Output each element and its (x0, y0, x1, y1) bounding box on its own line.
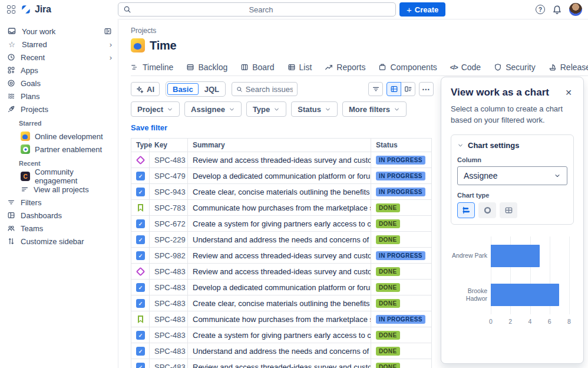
tab-backlog[interactable]: Backlog (186, 58, 227, 76)
sidebar-project-partner-enablement[interactable]: Partner enablement (0, 143, 118, 156)
panel-description: Select a column to create a chart based … (451, 104, 574, 126)
table-row[interactable]: SPC-982 Review and access threaded-ideas… (131, 248, 432, 264)
filter-dropdown-label: Type (253, 105, 270, 114)
sidebar-item-recent[interactable]: Recent › (0, 51, 118, 64)
issue-type-icon (136, 219, 145, 228)
sidebar-item-filters[interactable]: Filters (0, 196, 118, 209)
chart-type-donut-button[interactable] (478, 202, 496, 218)
issue-summary[interactable]: Develop a dedicated communication platfo… (188, 168, 371, 184)
sidebar-item-dashboards[interactable]: Dashboards (0, 209, 118, 222)
sidebar-item-customize[interactable]: Customize sidebar (0, 235, 118, 248)
table-row[interactable]: SPC-483 Create clear, concise materials … (131, 295, 432, 311)
tab-list[interactable]: List (288, 58, 312, 76)
create-label: Create (415, 5, 438, 14)
issue-summary[interactable]: Review and access threaded-ideas survey … (188, 264, 371, 280)
tab-timeline[interactable]: Timeline (131, 58, 173, 76)
issue-summary[interactable]: Create a system for giving partners earl… (188, 327, 371, 343)
close-icon[interactable]: ✕ (563, 87, 574, 98)
tab-board[interactable]: Board (240, 58, 274, 76)
search-issues-field[interactable] (232, 82, 298, 96)
filter-dropdown[interactable]: Assignee (184, 101, 242, 117)
table-row[interactable]: SPC-483 Review and access threaded-ideas… (131, 264, 432, 280)
sidebar-item-goals[interactable]: Goals (0, 77, 118, 90)
issue-summary[interactable]: Understand and address the needs and con… (188, 343, 371, 359)
tab-code[interactable]: </> Code (450, 58, 481, 76)
breadcrumb[interactable]: Projects (131, 27, 588, 35)
issue-summary[interactable]: Develop a dedicated communication platfo… (188, 280, 371, 295)
create-button[interactable]: + Create (399, 2, 445, 17)
ai-button[interactable]: AI (131, 82, 160, 96)
table-row[interactable]: SPC-479 Develop a dedicated communicatio… (131, 168, 432, 184)
save-filter-link[interactable]: Save filter (131, 123, 167, 132)
sidebar-item-teams[interactable]: Teams (0, 222, 118, 235)
jira-logo[interactable]: Jira (20, 4, 51, 15)
issue-summary[interactable]: Communicate how purchases from the marke… (188, 200, 371, 216)
sidebar-item-projects[interactable]: Projects (0, 103, 118, 116)
issue-summary[interactable]: Create clear, concise materials outlinin… (188, 295, 371, 311)
column-select[interactable]: Assignee (457, 166, 567, 185)
status-badge: DONE (376, 267, 400, 276)
chart-bar[interactable] (491, 245, 540, 267)
basic-mode-button[interactable]: Basic (167, 83, 199, 95)
filter-dropdown[interactable]: Project (131, 101, 180, 117)
chart-type-bar-button[interactable] (457, 202, 475, 218)
filter-dropdown[interactable]: Status (291, 101, 338, 117)
project-label: Online development (35, 132, 103, 141)
issue-summary[interactable]: Review and access threaded-ideas survey … (188, 152, 371, 168)
column-header[interactable]: Key (150, 139, 188, 152)
jql-mode-button[interactable]: JQL (200, 83, 224, 95)
chart-bar[interactable] (491, 284, 559, 306)
chart-type-table-button[interactable] (500, 202, 517, 218)
issue-summary[interactable]: Review and access threaded-ideas survey … (188, 359, 371, 368)
table-row[interactable]: SPC-483 Create a system for giving partn… (131, 327, 432, 343)
sidebar-item-plans[interactable]: Plans (0, 90, 118, 103)
issue-summary[interactable]: Create clear, concise materials outlinin… (188, 184, 371, 200)
table-row[interactable]: SPC-483 Review and access threaded-ideas… (131, 152, 432, 168)
table-row[interactable]: SPC-483 Develop a dedicated communicatio… (131, 280, 432, 295)
issue-key: SPC-943 (150, 184, 188, 200)
sidebar-item-apps[interactable]: Apps (0, 64, 118, 77)
table-view-icon (390, 85, 398, 93)
sidebar-item-starred[interactable]: ☆ Starred › (0, 38, 118, 51)
group-sort-button[interactable] (368, 82, 383, 96)
issue-summary[interactable]: Review and access threaded-ideas survey … (188, 248, 371, 264)
filter-dropdown-label: More filters (349, 105, 390, 114)
more-options-button[interactable]: ⋯ (419, 82, 434, 96)
sidebar-item-your-work[interactable]: Your work (0, 25, 118, 38)
sidebar-project-community-engagement[interactable]: Community engagement (0, 170, 118, 183)
filter-dropdown[interactable]: More filters (342, 101, 407, 117)
issue-summary[interactable]: Communicate how purchases from the marke… (188, 311, 371, 327)
tab-security[interactable]: Security (494, 58, 536, 76)
column-header[interactable]: Summary (188, 139, 371, 152)
issue-summary[interactable]: Understand and address the needs and con… (188, 232, 371, 248)
filter-dropdown[interactable]: Type (246, 101, 286, 117)
tab-releases[interactable]: Releases (549, 58, 588, 76)
table-row[interactable]: SPC-943 Create clear, concise materials … (131, 184, 432, 200)
app-switcher-icon[interactable] (7, 5, 15, 14)
table-view-button[interactable] (387, 82, 401, 96)
table-row[interactable]: SPC-672 Create a system for giving partn… (131, 216, 432, 232)
table-row[interactable]: SPC-483 Review and access threaded-ideas… (131, 359, 432, 368)
user-avatar[interactable] (569, 3, 582, 16)
sidebar-project-online-development[interactable]: Online development (0, 130, 118, 143)
collapse-sidebar-icon[interactable] (104, 27, 112, 35)
notifications-bell-icon[interactable] (552, 5, 562, 15)
table-row[interactable]: SPC-229 Understand and address the needs… (131, 232, 432, 248)
detail-view-button[interactable] (401, 82, 415, 96)
tab-reports[interactable]: Reports (325, 58, 365, 76)
global-search-input[interactable] (131, 5, 391, 14)
table-row[interactable]: SPC-483 Understand and address the needs… (131, 343, 432, 359)
status-badge: IN PROGRESS (376, 156, 425, 165)
tab-components[interactable]: Components (378, 58, 437, 76)
chart-settings-toggle[interactable]: Chart settings (457, 141, 567, 150)
help-icon[interactable]: ? (536, 5, 545, 14)
column-header[interactable]: Status (371, 139, 432, 152)
column-header[interactable]: Type (131, 139, 150, 152)
table-row[interactable]: SPC-483 Communicate how purchases from t… (131, 311, 432, 327)
table-row[interactable]: SPC-783 Communicate how purchases from t… (131, 200, 432, 216)
chart-category-label: Brooke Hadwor (451, 275, 487, 314)
issue-type-icon (136, 331, 145, 340)
issue-summary[interactable]: Create a system for giving partners earl… (188, 216, 371, 232)
search-issues-input[interactable] (246, 85, 293, 94)
global-search[interactable] (118, 2, 396, 17)
